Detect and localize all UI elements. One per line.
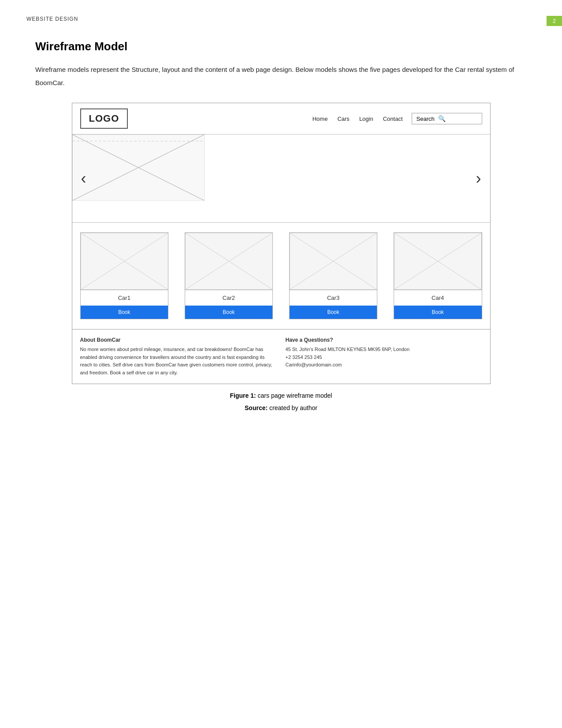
footer-about-text: No more worries about petrol mileage, in… [80,346,277,377]
figure-caption-text: cars page wireframe model [256,392,332,399]
footer-address: 45 St. John's Road MILTON KEYNES MK95 6N… [286,346,482,354]
hero-placeholder-image [72,134,205,201]
car-label-4: Car4 [394,290,482,306]
car-card-4: Car4 Book [394,232,482,319]
car-card-2: Car2 Book [185,232,273,319]
car-image-placeholder-2 [185,233,273,290]
footer-email: Carinfo@yourdomain.com [286,361,482,369]
car-image-placeholder-4 [394,233,482,290]
hero-prev-button[interactable]: ‹ [77,165,91,192]
search-text: Search [417,116,435,122]
figure-caption-bold: Figure 1: [230,392,256,399]
doc-header-label: WEBSITE DESIGN [26,16,78,22]
source-bold: Source: [245,404,268,411]
search-icon: 🔍 [438,115,446,122]
car-book-button-2[interactable]: Book [185,306,273,319]
car-image-placeholder-3 [290,233,377,290]
hero-next-button[interactable]: › [472,165,486,192]
wireframe-hero-slider: ‹ › [72,134,490,223]
nav-link-home[interactable]: Home [313,116,328,122]
footer-contact-heading: Have a Questions? [286,337,482,343]
footer-phone: +2 3254 253 245 [286,354,482,362]
car-label-1: Car1 [81,290,168,306]
wireframe-search-box[interactable]: Search 🔍 [412,113,482,124]
footer-col-contact: Have a Questions? 45 St. John's Road MIL… [286,337,482,377]
car-label-2: Car2 [185,290,273,306]
wireframe-cars-section: Car1 Book Car2 Book [72,223,490,329]
car-book-button-1[interactable]: Book [81,306,168,319]
car-card-3: Car3 Book [289,232,378,319]
footer-about-heading: About BoomCar [80,337,277,343]
section-paragraph: Wireframe models represent the Structure… [35,63,527,90]
section-title: Wireframe Model [35,40,527,53]
footer-col-about: About BoomCar No more worries about petr… [80,337,277,377]
source-label: created by author [268,404,317,411]
car-card-1: Car1 Book [80,232,169,319]
nav-link-login[interactable]: Login [359,116,373,122]
wireframe-container: LOGO Home Cars Login Contact Search 🔍 [72,103,491,384]
wireframe-navbar: LOGO Home Cars Login Contact Search 🔍 [72,103,490,134]
wireframe-nav-links: Home Cars Login Contact [313,116,403,122]
nav-link-contact[interactable]: Contact [383,116,403,122]
car-image-placeholder-1 [81,233,168,290]
page-number: 2 [547,16,562,26]
car-label-3: Car3 [290,290,377,306]
car-book-button-3[interactable]: Book [290,306,377,319]
car-book-button-4[interactable]: Book [394,306,482,319]
source-text: Source: created by author [35,404,527,411]
wireframe-logo: LOGO [80,108,128,129]
figure-caption: Figure 1: cars page wireframe model [35,392,527,399]
wireframe-footer: About BoomCar No more worries about petr… [72,329,490,384]
nav-link-cars[interactable]: Cars [337,116,349,122]
